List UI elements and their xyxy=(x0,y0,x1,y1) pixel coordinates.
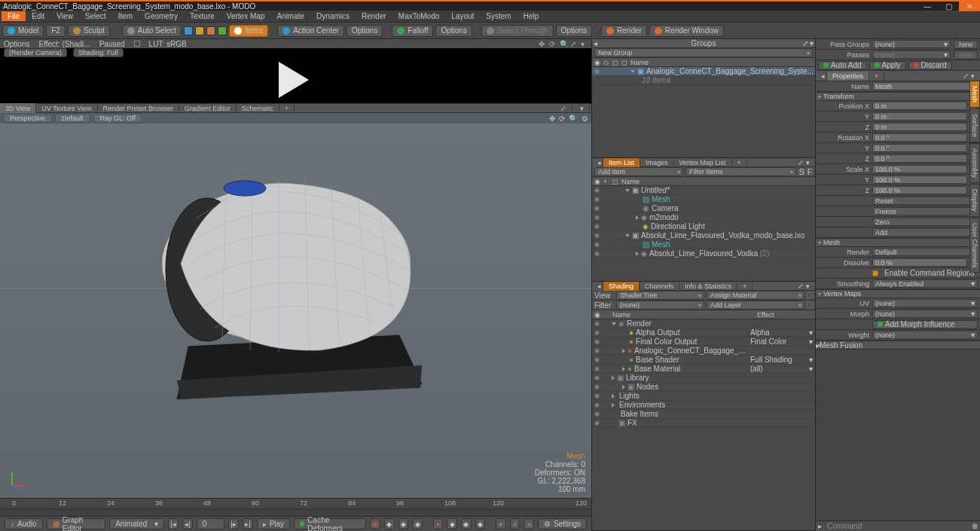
options-st-button[interactable]: Options xyxy=(556,25,592,37)
vp-raygl[interactable]: Ray GL: Off xyxy=(93,114,142,123)
tab-images[interactable]: Images xyxy=(640,158,674,167)
key-a-icon[interactable]: ◆ xyxy=(384,518,395,529)
tab-uvtexture[interactable]: UV Texture View xyxy=(36,103,97,113)
rotz-input[interactable]: 0.0 ° xyxy=(872,154,967,163)
freeze-select[interactable]: Freeze▾ xyxy=(872,207,978,215)
viewport-3d[interactable]: Perspective Default Ray GL: Off ✥ ⟳ 🔍 ⚙ xyxy=(0,113,591,498)
tab-properties[interactable]: Properties xyxy=(827,72,869,81)
shading-filter-select[interactable]: (none) xyxy=(616,301,704,310)
passgroups-select[interactable]: (none)▾ xyxy=(872,40,951,48)
key-d-icon[interactable]: ◆ xyxy=(447,518,457,529)
f2-button[interactable]: F2 xyxy=(46,25,66,37)
tab-gradienteditor[interactable]: Gradient Editor xyxy=(179,103,237,113)
vertexmaps-section[interactable]: Vertex Maps xyxy=(816,289,980,298)
item-row[interactable]: ◉◉Camera xyxy=(592,204,815,213)
tab-itemlist[interactable]: Item List xyxy=(603,158,640,167)
posz-input[interactable]: 0 m xyxy=(872,123,967,131)
menu-animate[interactable]: Animate xyxy=(270,11,310,21)
menu-system[interactable]: System xyxy=(480,11,517,21)
smoothing-select[interactable]: Always Enabled▾ xyxy=(872,279,978,288)
shader-row[interactable]: ◉Lights xyxy=(592,392,815,401)
menu-vertexmap[interactable]: Vertex Map xyxy=(221,11,271,21)
shader-row[interactable]: ◉●Base ShaderFull Shading▾ xyxy=(592,356,815,365)
menu-edit[interactable]: Edit xyxy=(26,11,50,21)
mesh-section[interactable]: Mesh xyxy=(816,238,980,247)
sidetab-mesh[interactable]: Mesh xyxy=(969,81,980,108)
menu-maxtomodo[interactable]: MaxToModo xyxy=(392,11,445,21)
zero-select[interactable]: Zero▾ xyxy=(872,218,978,226)
item-row[interactable]: ◉▣Untitled* xyxy=(592,186,815,195)
shader-row[interactable]: ◉●Final Color OutputFinal Color▾ xyxy=(592,337,815,346)
tab-props-add[interactable]: + xyxy=(869,72,884,81)
menu-dynamics[interactable]: Dynamics xyxy=(310,11,356,21)
il-col-icon[interactable]: ◻ xyxy=(610,178,619,185)
key-b-icon[interactable]: ◆ xyxy=(398,518,409,529)
render-select[interactable]: Default▾ xyxy=(872,248,978,256)
preview-refresh-icon[interactable]: ⟳ xyxy=(549,40,557,47)
vp-menu-icon[interactable]: ▾ xyxy=(575,103,590,113)
item-row[interactable]: ◉◆Absolut_Lime_Flavoured_Vodka(2) xyxy=(592,249,815,258)
col-c-icon[interactable]: ◻ xyxy=(610,59,619,66)
item-row[interactable]: ◉◆m2modo xyxy=(592,213,815,222)
menu-render[interactable]: Render xyxy=(356,11,392,21)
shader-row[interactable]: ◉●Alpha OutputAlpha▾ xyxy=(592,328,815,337)
step-end-button[interactable]: ▸| xyxy=(243,518,253,529)
maximize-button[interactable]: ▢ xyxy=(938,1,959,11)
preview-move-icon[interactable]: ✥ xyxy=(539,40,546,47)
preview-options[interactable]: Options xyxy=(4,40,29,48)
render-button[interactable]: Render xyxy=(601,25,647,37)
key-f-icon[interactable]: ◆ xyxy=(475,518,486,529)
vp-default[interactable]: Default xyxy=(55,114,90,123)
col-lock-icon[interactable]: ◇ xyxy=(601,59,610,66)
preview-checkbox[interactable] xyxy=(134,41,140,47)
cmd-chevron-icon[interactable]: ▸ xyxy=(818,522,824,530)
groups-chevron-icon[interactable]: ◂ xyxy=(594,39,597,47)
rotx-input[interactable]: 0.0 ° xyxy=(872,133,967,142)
add-select[interactable]: Add▾ xyxy=(872,228,978,237)
menu-select[interactable]: Select xyxy=(79,11,112,21)
il-plus-icon[interactable]: + xyxy=(601,178,610,185)
cmd-clear-icon[interactable]: ⊗ xyxy=(972,522,978,530)
options-ac-button[interactable]: Options xyxy=(347,25,383,37)
close-button[interactable]: ✕ xyxy=(959,1,980,11)
audio-button[interactable]: ♪Audio xyxy=(5,518,43,529)
tab-shading[interactable]: Shading xyxy=(603,282,640,291)
tab-vertexmaplist[interactable]: Vertex Map List xyxy=(674,158,732,167)
filter-s[interactable]: S xyxy=(798,169,804,175)
rec-icon[interactable]: ● xyxy=(433,518,444,529)
model-button[interactable]: Model xyxy=(2,25,44,37)
step-start-button[interactable]: |◂ xyxy=(168,518,179,529)
menu-layout[interactable]: Layout xyxy=(445,11,480,21)
menu-help[interactable]: Help xyxy=(517,11,545,21)
filteritems-input[interactable]: Filter Items xyxy=(685,167,796,176)
grapheditor-button[interactable]: ▦Graph Editor xyxy=(47,518,106,529)
vp-perspective[interactable]: Perspective xyxy=(3,114,52,123)
il-eye-icon[interactable]: ◉ xyxy=(592,178,601,185)
vp-expand-icon[interactable]: ⤢ xyxy=(555,103,572,113)
menu-view[interactable]: View xyxy=(50,11,79,21)
shader-row[interactable]: ◉▣Library xyxy=(592,374,815,383)
falloff-button[interactable]: Falloff xyxy=(392,25,433,37)
props-expand-icon[interactable]: ⤢ ▾ xyxy=(957,72,980,81)
scly-input[interactable]: 100.0 % xyxy=(872,175,967,184)
sculpt-button[interactable]: Sculpt xyxy=(68,25,110,37)
preview-paused[interactable]: Paused xyxy=(99,40,125,48)
settings-button[interactable]: ⚙Settings xyxy=(538,518,587,529)
autoselect-button[interactable]: Auto Select xyxy=(122,25,182,37)
sidetab-display[interactable]: Display xyxy=(969,184,980,217)
roty-input[interactable]: 0.0 ° xyxy=(872,144,967,152)
dissolve-input[interactable]: 0.0 % xyxy=(872,258,967,267)
shading-pill[interactable]: Shading: Full xyxy=(73,48,124,57)
item-row[interactable]: ◉◈Directional Light xyxy=(592,222,815,231)
weight-select[interactable]: (none)▾ xyxy=(872,331,978,339)
preview-zoom-icon[interactable]: 🔍 xyxy=(560,40,567,47)
preview-lut[interactable]: LUT: sRGB xyxy=(149,40,187,48)
shader-row[interactable]: ◉Environments xyxy=(592,401,815,410)
vp-gear-icon[interactable]: ⚙ xyxy=(582,114,588,123)
tab-add2[interactable]: + xyxy=(737,282,753,291)
discard-button[interactable]: Discard xyxy=(908,61,952,70)
uv-select[interactable]: (none)▾ xyxy=(872,299,978,307)
sel-vertices-icon[interactable] xyxy=(184,26,193,35)
tab-presetbrowser[interactable]: Render Preset Browser xyxy=(98,103,180,113)
enablecmd-checkbox[interactable] xyxy=(872,270,878,276)
